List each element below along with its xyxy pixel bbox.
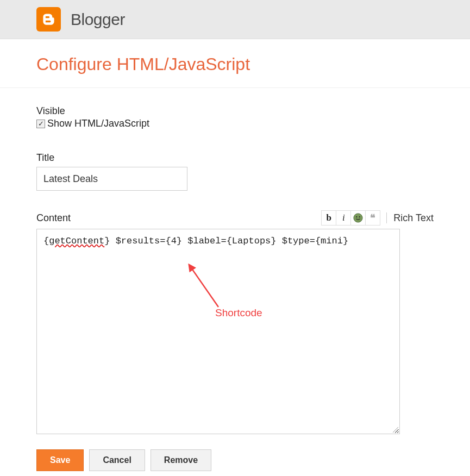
brand-text: Blogger (71, 10, 125, 29)
arrow-icon (186, 264, 229, 312)
svg-line-4 (191, 268, 218, 307)
content-header: Content b i ❝ Rich Text (36, 210, 434, 226)
annotation-label: Shortcode (215, 307, 262, 319)
visible-section-label: Visible (36, 105, 434, 117)
italic-button[interactable]: i (336, 210, 351, 226)
svg-point-2 (359, 216, 360, 217)
title-label: Title (36, 152, 434, 164)
emoji-button[interactable] (350, 210, 366, 226)
svg-line-7 (397, 431, 398, 433)
resize-handle-icon (392, 426, 398, 433)
show-widget-checkbox-label: Show HTML/JavaScript (47, 118, 149, 129)
cancel-button[interactable]: Cancel (89, 449, 145, 471)
header-bar: Blogger (0, 0, 470, 39)
save-button[interactable]: Save (36, 449, 84, 471)
content-toolbar: b i ❝ Rich Text (321, 210, 434, 226)
title-input[interactable] (36, 167, 187, 191)
logo-b-icon (41, 12, 56, 27)
svg-point-0 (354, 214, 362, 222)
svg-point-1 (356, 216, 358, 217)
content-text: {getContent} $results={4} $label={Laptop… (43, 236, 348, 246)
blogger-logo-icon (36, 7, 61, 32)
richtext-toggle[interactable]: Rich Text (393, 212, 434, 224)
remove-button[interactable]: Remove (151, 449, 211, 471)
quote-button[interactable]: ❝ (365, 210, 380, 226)
emoji-icon (353, 213, 363, 223)
form-area: Visible ✓ Show HTML/JavaScript Title Con… (0, 88, 470, 476)
svg-line-6 (395, 429, 398, 433)
page-title: Configure HTML/JavaScript (0, 39, 470, 88)
toolbar-divider (386, 212, 387, 223)
svg-line-5 (393, 427, 398, 433)
show-widget-row: ✓ Show HTML/JavaScript (36, 118, 434, 129)
bold-button[interactable]: b (321, 210, 336, 226)
show-widget-checkbox[interactable]: ✓ (36, 120, 45, 128)
content-label: Content (36, 212, 71, 224)
content-textarea[interactable]: {getContent} $results={4} $label={Laptop… (36, 229, 400, 434)
button-row: Save Cancel Remove (36, 449, 434, 471)
